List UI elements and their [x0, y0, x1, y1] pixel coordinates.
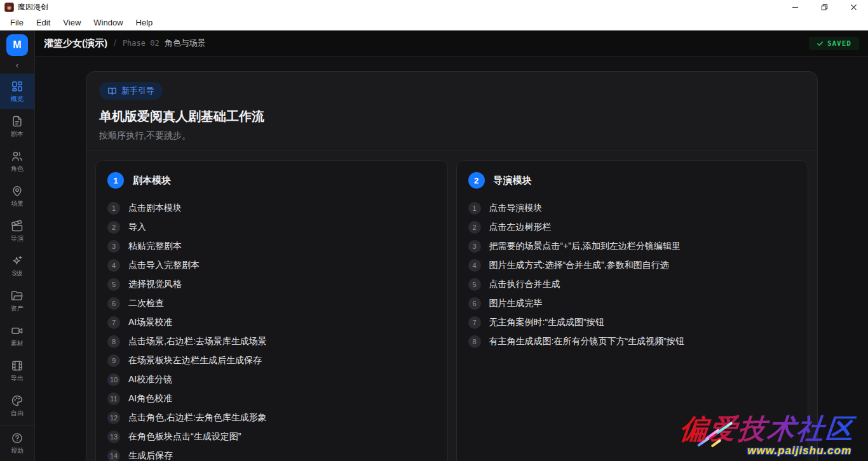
window-controls	[780, 0, 868, 15]
sidebar-item-label: 素材	[11, 339, 24, 348]
menu-bar: File Edit View Window Help	[0, 15, 868, 30]
step-number: 6	[107, 297, 120, 310]
book-icon	[107, 86, 117, 96]
step-item: 6 二次检查	[107, 294, 436, 313]
step-text: 图片生成方式:选择“合并生成”,参数和图自行选	[489, 260, 669, 271]
step-number: 8	[107, 335, 120, 348]
step-text: 导入	[128, 222, 146, 233]
guide-card-body: 1 剧本模块 1 点击剧本模块	[86, 151, 817, 461]
sidebar-item-label: 帮助	[11, 446, 24, 455]
step-number: 5	[107, 278, 120, 291]
sidebar-item-overview[interactable]: 概览	[0, 74, 35, 109]
sidebar-item-scenes[interactable]: 场景	[0, 179, 35, 214]
step-item: 5 选择视觉风格	[107, 275, 436, 294]
export-film-icon	[11, 359, 24, 372]
sidebar-item-assets[interactable]: 资产	[0, 284, 35, 319]
sidebar-item-help[interactable]: 帮助	[0, 426, 35, 461]
step-text: 生成后保存	[128, 450, 173, 461]
sidebar-item-characters[interactable]: 角色	[0, 144, 35, 179]
step-number: 7	[107, 316, 120, 329]
check-icon	[817, 40, 824, 47]
step-item: 4 点击导入完整剧本	[107, 256, 436, 275]
step-number: 2	[107, 221, 120, 234]
step-text: 在角色板块点击“生成设定图”	[128, 431, 241, 443]
step-text: 点击剧本模块	[128, 203, 182, 214]
step-text: 无主角案例时:“生成成图”按钮	[489, 317, 604, 328]
step-item: 7 AI场景校准	[107, 313, 436, 332]
close-button[interactable]	[839, 0, 868, 15]
window-title: 魔因漫创	[18, 2, 48, 13]
sidebar-item-label: 场景	[11, 199, 24, 208]
breadcrumb-project[interactable]: 灌篮少女(演示)	[44, 37, 107, 50]
menu-item[interactable]: Window	[87, 17, 129, 29]
module-steps: 1 点击剧本模块 2 导入 3	[107, 199, 436, 461]
step-item: 3 粘贴完整剧本	[107, 237, 436, 256]
sidebar-item-label: 自由	[11, 409, 24, 418]
guide-title: 单机版爱阅真人剧基础工作流	[99, 108, 804, 125]
sidebar-item-footage[interactable]: 素材	[0, 319, 35, 354]
sidebar-item-label: 资产	[11, 304, 24, 313]
step-text: 点击场景,右边栏:去场景库生成场景	[128, 336, 267, 347]
step-item: 9 在场景板块左边栏生成后生成保存	[107, 351, 436, 370]
menu-item[interactable]: Edit	[30, 17, 57, 29]
breadcrumb-section: 角色与场景	[165, 37, 206, 49]
sidebar-item-director[interactable]: 导演	[0, 214, 35, 249]
step-item: 10 AI校准分镜	[107, 370, 436, 389]
minimize-button[interactable]	[780, 0, 810, 15]
step-number: 2	[468, 221, 481, 234]
step-number: 7	[468, 316, 481, 329]
sidebar-item-script[interactable]: 剧本	[0, 109, 35, 144]
director-clapper-icon	[11, 220, 24, 232]
menu-item[interactable]: Help	[130, 17, 159, 29]
step-item: 11 AI角色校准	[107, 389, 436, 408]
sidebar-item-label: S级	[12, 269, 23, 278]
saved-status-badge: SAVED	[809, 37, 859, 50]
content-scroll-area[interactable]: 新手引导 单机版爱阅真人剧基础工作流 按顺序执行,不要跳步。 1 剧本模块	[35, 57, 868, 461]
step-item: 5 点击执行合并生成	[468, 275, 797, 294]
module-number-badge: 1	[107, 172, 124, 189]
module-title: 剧本模块	[133, 175, 171, 187]
step-text: 点击左边树形栏	[489, 222, 552, 233]
script-icon	[11, 115, 24, 128]
step-item: 8 点击场景,右边栏:去场景库生成场景	[107, 332, 436, 351]
step-number: 3	[468, 240, 481, 253]
step-text: 点击执行合并生成	[489, 279, 560, 290]
step-item: 1 点击剧本模块	[107, 199, 436, 218]
characters-icon	[11, 150, 24, 163]
palette-icon	[11, 394, 24, 407]
restore-button[interactable]	[810, 0, 839, 15]
sidebar-item-export[interactable]: 导出	[0, 354, 35, 389]
sparkle-icon	[11, 255, 24, 267]
newbie-guide-badge: 新手引导	[99, 82, 163, 100]
menu-item[interactable]: View	[57, 17, 87, 29]
step-item: 1 点击导演模块	[468, 199, 797, 218]
module-number-badge: 2	[468, 172, 485, 189]
sidebar-item-label: 剧本	[11, 130, 24, 138]
step-number: 3	[107, 240, 120, 253]
step-item: 12 点击角色,右边栏:去角色库生成形象	[107, 408, 436, 427]
sidebar-item-label: 导演	[11, 234, 24, 243]
sidebar-item-free[interactable]: 自由	[0, 389, 35, 424]
avatar[interactable]: M	[6, 34, 28, 56]
step-item: 8 有主角生成成图:在所有分镜页下方“生成视频”按钮	[468, 332, 797, 351]
step-number: 10	[107, 373, 120, 386]
guide-card-header: 新手引导 单机版爱阅真人剧基础工作流 按顺序执行,不要跳步。	[86, 72, 817, 151]
step-text: AI角色校准	[128, 393, 172, 404]
step-number: 6	[468, 297, 481, 310]
step-text: 把需要的场景点击“+”后,添加到左边栏分镜编辑里	[489, 241, 681, 252]
step-number: 4	[468, 259, 481, 272]
sidebar-collapse-button[interactable]: ‹	[0, 56, 34, 74]
step-number: 1	[107, 202, 120, 215]
step-item: 4 图片生成方式:选择“合并生成”,参数和图自行选	[468, 256, 797, 275]
step-item: 14 生成后保存	[107, 446, 436, 461]
sidebar-item-s-grade[interactable]: S级	[0, 249, 35, 284]
module-header: 1 剧本模块	[107, 172, 436, 189]
step-item: 2 点击左边树形栏	[468, 218, 797, 237]
module-header: 2 导演模块	[468, 172, 797, 189]
footage-camera-icon	[11, 324, 24, 337]
step-number: 8	[468, 335, 481, 348]
step-text: AI校准分镜	[128, 374, 172, 385]
step-number: 13	[107, 431, 120, 443]
menu-item[interactable]: File	[4, 17, 30, 29]
os-title-bar: ◉ 魔因漫创	[0, 0, 868, 15]
